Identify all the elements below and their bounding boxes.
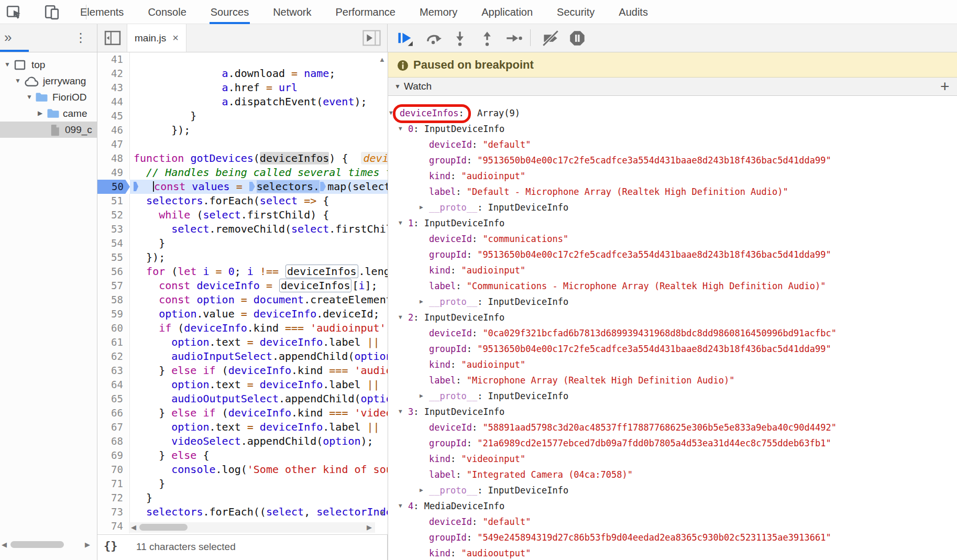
chevron-down-icon[interactable]: ▼ <box>399 404 402 420</box>
chevron-down-icon[interactable]: ▼ <box>26 89 32 105</box>
debugger-sidebar-toggle-icon[interactable] <box>362 30 382 47</box>
tab-main-js[interactable]: main.js × <box>127 24 186 52</box>
watch-tree-row[interactable]: label: "Default - Microphone Array (Real… <box>388 184 957 200</box>
close-tab-icon[interactable]: × <box>172 32 179 44</box>
line-number[interactable]: 61 <box>97 335 130 349</box>
line-number[interactable]: 55 <box>97 250 130 265</box>
chevron-down-icon[interactable]: ▼ <box>389 105 393 121</box>
code-line-content[interactable]: a.download = name; <box>130 67 388 81</box>
code-line-content[interactable]: option.text = deviceInfo.label || <box>130 335 388 349</box>
tab-application[interactable]: Application <box>481 0 533 24</box>
watch-tree-row[interactable]: deviceId: "0ca029f321bcfad6b7813d6899394… <box>388 325 957 341</box>
watch-section-header[interactable]: ▼ Watch + <box>388 78 957 96</box>
watch-tree-row[interactable]: kind: "audioinput" <box>388 168 957 184</box>
code-line-content[interactable]: a.href = url <box>130 81 388 95</box>
code-line-content[interactable]: } <box>130 491 388 505</box>
code-line-content[interactable]: select.removeChild(select.firstChild); <box>130 222 388 236</box>
code-line-content[interactable]: if (deviceInfo.kind === 'audioinput') { <box>130 321 388 335</box>
chevron-down-icon[interactable]: ▼ <box>399 121 402 137</box>
watch-tree-row[interactable]: ▼3: InputDeviceInfo <box>388 404 957 420</box>
chevron-right-icon[interactable]: ▶ <box>420 200 423 215</box>
code-line-content[interactable] <box>130 52 388 67</box>
more-options-icon[interactable]: ⋮ <box>74 30 87 45</box>
chevron-down-icon[interactable]: ▼ <box>394 83 401 90</box>
line-number[interactable]: 65 <box>97 392 130 406</box>
sidebar-item-top[interactable]: ▼top <box>0 57 97 73</box>
code-line-content[interactable]: a.dispatchEvent(event); <box>130 95 388 109</box>
code-line-content[interactable]: const deviceInfo = deviceInfos[i]; <box>130 279 388 293</box>
chevron-down-icon[interactable]: ▼ <box>399 310 402 325</box>
tab-memory[interactable]: Memory <box>420 0 457 24</box>
step-icon[interactable] <box>505 30 522 47</box>
watch-tree-row[interactable]: ▼2: InputDeviceInfo <box>388 310 957 325</box>
code-line-content[interactable]: console.log('Some other kind of source/d… <box>130 463 388 477</box>
watch-tree-row[interactable]: deviceId: "58891aad5798c3d20ac48537ff178… <box>388 420 957 435</box>
watch-tree-row[interactable]: ▼1: InputDeviceInfo <box>388 215 957 231</box>
watch-tree-row[interactable]: groupId: "9513650b04e00c17c2fe5cadfce3a5… <box>388 247 957 262</box>
watch-tree-row[interactable]: ▼0: InputDeviceInfo <box>388 121 957 137</box>
code-line-content[interactable] <box>130 137 388 151</box>
watch-tree-row[interactable]: ▶__proto__: InputDeviceInfo <box>388 294 957 310</box>
watch-tree-row[interactable]: kind: "videoinput" <box>388 451 957 467</box>
line-number[interactable]: 41 <box>97 52 130 67</box>
watch-tree-row[interactable]: kind: "audioinput" <box>388 262 957 278</box>
line-number[interactable]: 47 <box>97 137 130 151</box>
chevron-right-icon[interactable]: ▶ <box>420 388 423 404</box>
code-line-content[interactable]: const values = selectors.map(select => s… <box>130 180 388 194</box>
watch-tree-row[interactable]: label: "Microphone Array (Realtek High D… <box>388 372 957 388</box>
editor-horizontal-scrollbar[interactable]: ◀ ▶ <box>129 522 375 533</box>
line-number[interactable]: 51 <box>97 194 130 208</box>
watch-tree-row[interactable]: deviceId: "communications" <box>388 231 957 247</box>
pause-on-exceptions-icon[interactable] <box>569 30 586 47</box>
line-number[interactable]: 74 <box>97 519 130 533</box>
sidebar-item-jerrywang[interactable]: ▼jerrywang <box>0 73 97 89</box>
line-number[interactable]: 48 <box>97 151 130 166</box>
code-line-content[interactable]: audioInputSelect.appendChild(option); <box>130 349 388 364</box>
watch-tree-row[interactable]: label: "Integrated Camera (04ca:7058)" <box>388 467 957 482</box>
watch-tree-row[interactable]: ▼deviceInfos: Array(9) <box>388 105 957 121</box>
code-line-content[interactable]: } else { <box>130 448 388 463</box>
resume-script-icon[interactable] <box>397 30 413 47</box>
watch-tree-row[interactable]: deviceId: "default" <box>388 137 957 152</box>
line-number[interactable]: 64 <box>97 378 130 392</box>
pretty-print-icon[interactable]: {} <box>104 539 118 552</box>
line-number[interactable]: 73 <box>97 505 130 519</box>
code-line-content[interactable]: option.text = deviceInfo.label || <box>130 378 388 392</box>
watch-tree-row[interactable]: label: "Communications - Microphone Arra… <box>388 278 957 294</box>
editor-scroll-down-icon[interactable]: ▼ <box>379 509 386 517</box>
code-line-content[interactable]: option.value = deviceInfo.deviceId; <box>130 307 388 321</box>
code-line-content[interactable]: selectors.forEach(select => { <box>130 194 388 208</box>
line-number[interactable]: 53 <box>97 222 130 236</box>
sidebar-item-099_c[interactable]: 099_c <box>0 122 97 138</box>
line-number[interactable]: 68 <box>97 434 130 448</box>
tab-sources[interactable]: Sources <box>211 0 249 24</box>
step-location-chevron-icon[interactable] <box>249 182 255 191</box>
code-line-content[interactable]: } <box>130 236 388 250</box>
line-number[interactable]: 43 <box>97 81 130 95</box>
inspect-element-icon[interactable] <box>6 4 24 20</box>
navigator-toggle-icon[interactable] <box>104 30 122 46</box>
scroll-left-icon[interactable]: ◀ <box>131 523 136 531</box>
line-number[interactable]: 44 <box>97 95 130 109</box>
tab-elements[interactable]: Elements <box>80 0 124 24</box>
code-editor[interactable]: 4142 a.download = name;43 a.href = url44… <box>97 52 388 534</box>
watch-tree-row[interactable]: groupId: "9513650b04e00c17c2fe5cadfce3a5… <box>388 152 957 168</box>
line-number[interactable]: 59 <box>97 307 130 321</box>
watch-tree-row[interactable]: ▶__proto__: InputDeviceInfo <box>388 200 957 215</box>
line-number[interactable]: 56 <box>97 265 130 279</box>
step-out-icon[interactable] <box>479 30 496 47</box>
scrollbar-thumb[interactable] <box>139 524 188 531</box>
paused-line-number[interactable]: 50 <box>97 180 130 194</box>
watch-tree-row[interactable]: kind: "audiooutput" <box>388 545 957 560</box>
code-line-content[interactable]: option.text = deviceInfo.label || <box>130 420 388 434</box>
sidebar-horizontal-scrollbar[interactable]: ◀ ▶ <box>0 540 97 550</box>
sidebar-item-came[interactable]: ▶came <box>0 105 97 122</box>
code-line-content[interactable]: selectors.forEach((select, selectorIndex… <box>130 505 388 519</box>
code-line-content[interactable]: // Handles being called several times to… <box>130 166 388 180</box>
code-line-content[interactable]: } else if (deviceInfo.kind === 'audioout… <box>130 364 388 378</box>
sidebar-item-fioriod[interactable]: ▼FioriOD <box>0 89 97 105</box>
line-number[interactable]: 60 <box>97 321 130 335</box>
line-number[interactable]: 45 <box>97 109 130 123</box>
chevron-right-icon[interactable]: ▶ <box>420 294 423 310</box>
more-tabs-icon[interactable]: » <box>4 29 12 46</box>
